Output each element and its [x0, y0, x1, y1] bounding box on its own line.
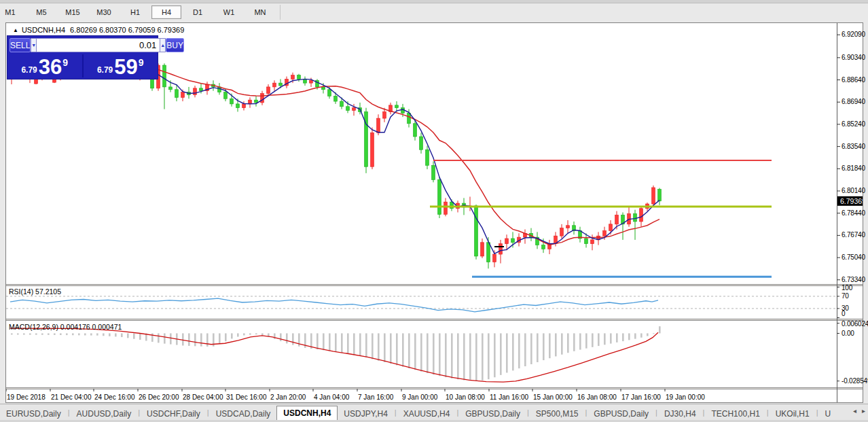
candle [566, 226, 570, 228]
chart-tab-gbpusd-daily[interactable]: GBPUSD,Daily [587, 406, 655, 421]
time-axis-label: 24 Dec 16:00 [94, 393, 135, 401]
chart-tab-sp500-m15[interactable]: SP500,M15 [530, 406, 585, 421]
price-scale-label: 6.78440 [842, 209, 865, 217]
macd-scale-label: 0.006024 [842, 320, 868, 328]
macd-histogram-bar [121, 334, 123, 338]
bid-price-pips: 36 [39, 57, 62, 77]
tab-scroll-right-icon[interactable]: ▸ [862, 407, 865, 415]
timeframe-button-m5[interactable]: M5 [26, 5, 56, 19]
timeframe-button-m30[interactable]: M30 [89, 5, 119, 19]
macd-histogram-bar [494, 334, 496, 378]
price-scale-label: 6.85240 [842, 120, 865, 128]
timeframe-button-m1[interactable]: M1 [0, 5, 25, 19]
macd-histogram-bar [469, 334, 471, 381]
rsi-indicator-label: RSI(14) 57.2105 [9, 287, 61, 296]
macd-histogram-bar [500, 334, 502, 375]
chart-canvas[interactable]: 6.79369 [6, 23, 863, 402]
price-scale-label: 6.88640 [842, 76, 865, 84]
macd-indicator-label: MACD(12,26,9) 0.004176 0.000471 [9, 323, 122, 331]
one-click-trading-panel: SELL ▼ ▲ BUY 6.79 36 9 6.79 59 9 [7, 36, 158, 79]
macd-histogram-bar [78, 334, 80, 336]
tab-separator: | [703, 408, 705, 417]
time-axis-label: 26 Dec 20:00 [139, 393, 179, 401]
macd-histogram-bar [323, 334, 325, 351]
candle [175, 90, 179, 98]
timeframe-button-m15[interactable]: M15 [58, 5, 88, 19]
timeframe-button-mn[interactable]: MN [245, 5, 275, 19]
macd-histogram-bar [237, 334, 239, 337]
chart-tab-gbpusd-daily[interactable]: GBPUSD,Daily [459, 406, 526, 421]
candle [291, 75, 295, 80]
buy-button[interactable]: BUY [166, 38, 184, 52]
macd-histogram-bar [66, 334, 68, 336]
macd-histogram-bar [158, 334, 160, 343]
timeframe-button-h1[interactable]: H1 [120, 5, 150, 19]
candle [603, 230, 607, 236]
chart-tab-xauusd-h4[interactable]: XAUUSD,H4 [397, 406, 456, 421]
candle [249, 100, 252, 104]
time-axis-label: 11 Jan 16:00 [490, 393, 528, 401]
macd-histogram-bar [396, 334, 398, 366]
timeframe-button-h4[interactable]: H4 [151, 5, 181, 19]
time-axis-label: 10 Jan 08:00 [446, 393, 485, 401]
tab-scroll-left-icon[interactable]: ◂ [853, 407, 856, 415]
candle [426, 150, 429, 165]
macd-histogram-bar [292, 334, 294, 345]
timeframe-button-d1[interactable]: D1 [183, 5, 213, 19]
candle [200, 88, 203, 91]
macd-histogram-bar [103, 334, 105, 336]
macd-histogram-bar [249, 334, 251, 335]
macd-histogram-bar [549, 334, 551, 359]
macd-histogram-bar [206, 334, 209, 347]
lot-size-input[interactable] [37, 38, 160, 52]
lot-increase-button[interactable]: ▲ [160, 38, 166, 52]
candle [658, 190, 662, 201]
macd-histogram-bar [640, 334, 643, 338]
macd-histogram-bar [17, 334, 19, 335]
macd-histogram-bar [420, 334, 422, 372]
price-scale-label: 6.92090 [842, 31, 865, 38]
macd-histogram-bar [72, 334, 74, 336]
macd-histogram-bar [48, 334, 50, 335]
candle [475, 206, 478, 256]
chart-tab-dj30-h4[interactable]: DJ30,H4 [658, 406, 702, 421]
chart-tab-eurusd-daily[interactable]: EURUSD,Daily [0, 406, 67, 421]
candle [267, 87, 270, 94]
candle [615, 215, 619, 224]
timeframe-button-w1[interactable]: W1 [214, 5, 244, 19]
chart-tab-usdcad-daily[interactable]: USDCAD,Daily [210, 406, 277, 421]
macd-histogram-bar [585, 334, 587, 349]
rsi-scale-label: 0 [842, 310, 845, 317]
macd-histogram-bar [659, 326, 661, 333]
candle [609, 224, 613, 231]
sell-button[interactable]: SELL [10, 38, 31, 52]
macd-histogram-bar [41, 334, 43, 335]
chart-tab-usdjpy-h4[interactable]: USDJPY,H4 [338, 406, 393, 421]
macd-histogram-bar [29, 334, 31, 335]
macd-histogram-bar [115, 334, 117, 337]
tab-separator: | [816, 408, 818, 417]
mt4-terminal: M1M5M15M30H1H4D1W1MN 6.79369 ▲USDCNH,H46… [0, 0, 868, 422]
macd-histogram-bar [512, 334, 514, 371]
macd-histogram-bar [60, 334, 62, 336]
ask-price-display[interactable]: 6.79 59 9 [84, 54, 158, 79]
tab-separator: | [456, 408, 458, 417]
macd-histogram-bar [573, 334, 575, 351]
collapse-triangle-icon[interactable]: ▲ [13, 27, 18, 33]
chart-tab-ukoil-h1[interactable]: UKOil,H1 [770, 406, 816, 421]
macd-histogram-bar [341, 334, 343, 353]
macd-histogram-bar [353, 334, 355, 355]
macd-histogram-bar [164, 334, 166, 344]
chart-tab-usdcnh-h4[interactable]: USDCNH,H4 [276, 406, 338, 421]
chart-tab-audusd-daily[interactable]: AUDUSD,Daily [71, 406, 138, 421]
ask-price-prefix: 6.79 [97, 65, 113, 75]
macd-histogram-bar [433, 334, 435, 375]
price-scale-label: 6.90340 [842, 54, 865, 61]
macd-histogram-bar [592, 334, 594, 347]
chart-tab-usdchf-daily[interactable]: USDCHF,Daily [141, 406, 206, 421]
lot-dropdown-button[interactable]: ▼ [31, 38, 37, 52]
chart-tab-tech100-h1[interactable]: TECH100,H1 [705, 406, 765, 421]
bid-price-display[interactable]: 6.79 36 9 [7, 54, 82, 79]
chart-tab-u[interactable]: U [819, 406, 837, 421]
macd-histogram-bar [182, 334, 184, 346]
